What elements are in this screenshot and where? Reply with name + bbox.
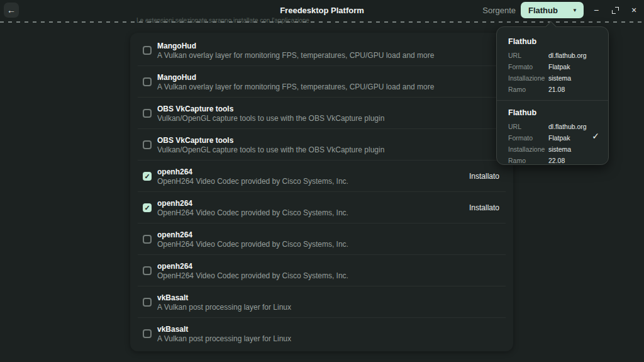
close-button[interactable]: × <box>626 3 641 18</box>
addon-text: openh264OpenH264 Video Codec provided by… <box>157 167 348 186</box>
addon-text: MangoHudA Vulkan overlay layer for monit… <box>157 42 434 60</box>
source-popover: FlathubURLdl.flathub.orgFormatoFlatpakIn… <box>496 26 609 165</box>
focus-dashed-line <box>0 21 644 23</box>
addon-name: openh264 <box>157 262 348 271</box>
addon-description: Vulkan/OpenGL capture tools to use with … <box>157 114 384 123</box>
window-controls: − × <box>589 3 641 18</box>
restore-icon <box>612 7 619 14</box>
addon-name: MangoHud <box>157 42 434 50</box>
addon-checkbox[interactable] <box>143 140 152 149</box>
list-item: ✓openh264OpenH264 Video Codec provided b… <box>130 192 513 223</box>
addon-checkbox[interactable] <box>143 46 152 55</box>
addon-text: OBS VkCapture toolsVulkan/OpenGL capture… <box>157 136 384 154</box>
list-item: ✓openh264OpenH264 Video Codec provided b… <box>130 161 513 192</box>
addon-name: OBS VkCapture tools <box>157 136 384 145</box>
field-label: Installazione <box>508 145 548 154</box>
addon-description: A Vulkan post processing layer for Linux <box>157 303 291 312</box>
addon-checkbox[interactable] <box>143 266 152 275</box>
addon-description: A Vulkan overlay layer for monitoring FP… <box>157 51 434 60</box>
close-icon: × <box>631 5 636 15</box>
field-value: 22.08 <box>548 156 597 165</box>
addon-name: openh264 <box>157 167 348 176</box>
addon-description: A Vulkan post processing layer for Linux <box>157 334 291 343</box>
list-item: OBS VkCapture toolsVulkan/OpenGL capture… <box>130 98 513 129</box>
addon-checkbox[interactable]: ✓ <box>143 203 152 212</box>
checkmark-icon: ✓ <box>144 173 150 179</box>
minimize-button[interactable]: − <box>589 3 604 18</box>
addon-description: A Vulkan overlay layer for monitoring FP… <box>157 82 434 91</box>
addon-description: OpenH264 Video Codec provided by Cisco S… <box>157 177 348 186</box>
field-value: dl.flathub.org <box>548 122 597 131</box>
addons-list: MangoHudA Vulkan overlay layer for monit… <box>130 33 513 351</box>
list-item: openh264OpenH264 Video Codec provided by… <box>130 255 513 286</box>
field-label: Formato <box>508 62 548 71</box>
list-item: openh264OpenH264 Video Codec provided by… <box>130 223 513 255</box>
back-button[interactable]: ← <box>4 3 19 18</box>
status-badge: Installato <box>469 203 501 212</box>
addon-text: vkBasaltA Vulkan post processing layer f… <box>157 293 291 312</box>
addon-name: vkBasalt <box>157 325 291 334</box>
addon-name: openh264 <box>157 199 348 208</box>
field-label: Ramo <box>508 156 548 165</box>
list-item: vkBasaltA Vulkan post processing layer f… <box>130 318 513 349</box>
checkmark-icon: ✓ <box>144 204 150 211</box>
restore-button[interactable] <box>608 3 623 18</box>
addon-name: OBS VkCapture tools <box>157 105 384 113</box>
field-value: sistema <box>548 74 597 82</box>
addon-text: OBS VkCapture toolsVulkan/OpenGL capture… <box>157 105 384 123</box>
addon-checkbox[interactable] <box>143 235 152 244</box>
field-value: 21.08 <box>548 85 597 94</box>
addon-name: openh264 <box>157 230 348 239</box>
addon-checkbox[interactable] <box>143 329 152 338</box>
addon-name: MangoHud <box>157 73 434 82</box>
source-dropdown-button[interactable]: Flathub ▼ <box>521 2 584 18</box>
list-item: MangoHudA Vulkan overlay layer for monit… <box>130 66 513 98</box>
addon-text: MangoHudA Vulkan overlay layer for monit… <box>157 73 434 91</box>
addon-text: vkBasaltA Vulkan post processing layer f… <box>157 325 291 343</box>
addon-description: OpenH264 Video Codec provided by Cisco S… <box>157 208 348 217</box>
source-title: Flathub <box>508 37 597 46</box>
back-arrow-icon: ← <box>7 5 16 15</box>
dialog-subtitle: Le estensioni selezionate saranno instal… <box>136 17 309 24</box>
source-fields: URLdl.flathub.orgFormatoFlatpakInstallaz… <box>508 51 597 94</box>
field-value: Flatpak <box>548 133 597 142</box>
minimize-icon: − <box>594 5 599 15</box>
addon-text: openh264OpenH264 Video Codec provided by… <box>157 262 348 280</box>
source-label: Sorgente <box>482 0 516 20</box>
chevron-down-icon: ▼ <box>572 8 577 13</box>
addon-checkbox[interactable] <box>143 77 152 86</box>
source-option[interactable]: FlathubURLdl.flathub.orgFormatoFlatpakIn… <box>497 101 608 171</box>
list-item: vkBasaltA Vulkan post processing layer f… <box>130 286 513 318</box>
field-value: dl.flathub.org <box>548 51 597 60</box>
source-fields: URLdl.flathub.orgFormatoFlatpakInstallaz… <box>508 122 597 165</box>
field-label: URL <box>508 122 548 131</box>
addon-checkbox[interactable] <box>143 298 152 307</box>
addon-checkbox[interactable]: ✓ <box>143 172 152 181</box>
addon-description: Vulkan/OpenGL capture tools to use with … <box>157 145 384 154</box>
addon-text: openh264OpenH264 Video Codec provided by… <box>157 199 348 217</box>
list-item: OBS VkCapture toolsVulkan/OpenGL capture… <box>130 129 513 161</box>
source-option[interactable]: FlathubURLdl.flathub.orgFormatoFlatpakIn… <box>497 30 608 100</box>
field-value: Flatpak <box>548 62 597 71</box>
field-label: Formato <box>508 133 548 142</box>
field-value: sistema <box>548 145 597 154</box>
addon-checkbox[interactable] <box>143 109 152 118</box>
source-dropdown-value: Flathub <box>528 6 558 15</box>
addon-text: openh264OpenH264 Video Codec provided by… <box>157 230 348 249</box>
list-item: MangoHudA Vulkan overlay layer for monit… <box>130 35 513 66</box>
status-badge: Installato <box>469 172 501 181</box>
header-bar: ← Freedesktop Platform Sorgente Flathub … <box>0 0 644 20</box>
addon-description: OpenH264 Video Codec provided by Cisco S… <box>157 240 348 249</box>
field-label: URL <box>508 51 548 60</box>
source-title: Flathub <box>508 108 597 117</box>
selected-check-icon: ✓ <box>592 131 599 141</box>
addon-name: vkBasalt <box>157 293 291 302</box>
field-label: Ramo <box>508 85 548 94</box>
addon-description: OpenH264 Video Codec provided by Cisco S… <box>157 271 348 280</box>
field-label: Installazione <box>508 74 548 82</box>
